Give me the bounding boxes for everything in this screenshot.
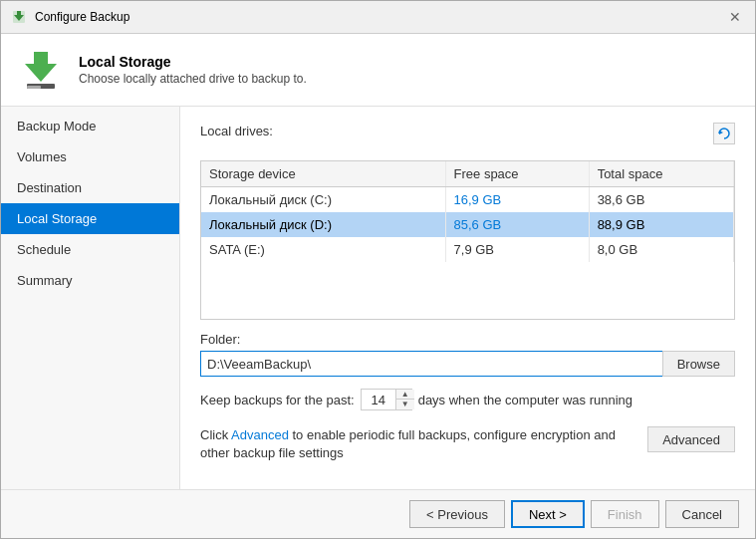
spinner-up-btn[interactable]: ▲ — [396, 390, 414, 400]
svg-marker-5 — [719, 131, 723, 135]
refresh-button[interactable] — [713, 123, 735, 144]
table-row[interactable]: SATA (E:) 7,9 GB 8,0 GB — [201, 237, 734, 262]
refresh-icon — [717, 127, 731, 140]
sidebar-item-summary[interactable]: Summary — [1, 265, 179, 296]
window-title: Configure Backup — [35, 10, 129, 24]
free-e: 7,9 GB — [445, 237, 589, 262]
next-button[interactable]: Next > — [511, 500, 585, 528]
table-row[interactable]: Локальный диск (C:) 16,9 GB 38,6 GB — [201, 187, 734, 213]
spinner-down-btn[interactable]: ▼ — [396, 400, 414, 409]
folder-row: Browse — [200, 351, 735, 377]
col-free-space: Free space — [445, 161, 589, 187]
sidebar-item-destination[interactable]: Destination — [1, 172, 179, 203]
free-d: 85,6 GB — [445, 212, 589, 237]
drives-table: Storage device Free space Total space Ло… — [201, 161, 734, 262]
folder-input[interactable] — [200, 351, 662, 377]
browse-button[interactable]: Browse — [662, 351, 735, 377]
configure-backup-window: Configure Backup ✕ Local Storage Choose … — [0, 0, 756, 539]
keep-row: Keep backups for the past: ▲ ▼ days when… — [200, 389, 735, 410]
folder-label: Folder: — [200, 332, 735, 347]
header-subtitle: Choose locally attached drive to backup … — [79, 72, 307, 86]
finish-button[interactable]: Finish — [591, 500, 659, 528]
total-c: 38,6 GB — [589, 187, 733, 213]
col-total-space: Total space — [589, 161, 733, 187]
total-d: 88,9 GB — [589, 212, 733, 237]
advanced-description: Click Advanced to enable periodic full b… — [200, 426, 635, 462]
header-area: Local Storage Choose locally attached dr… — [1, 34, 755, 107]
total-e: 8,0 GB — [589, 237, 733, 262]
title-bar: Configure Backup ✕ — [1, 1, 755, 34]
device-c: Локальный диск (C:) — [201, 187, 445, 213]
days-spinner[interactable]: ▲ ▼ — [361, 389, 412, 410]
app-icon — [11, 9, 27, 25]
free-c: 16,9 GB — [445, 187, 589, 213]
sidebar-item-local-storage[interactable]: Local Storage — [1, 203, 179, 234]
keep-label-before: Keep backups for the past: — [200, 393, 355, 407]
svg-rect-4 — [27, 86, 41, 89]
keep-label-after: days when the computer was running — [418, 393, 632, 407]
previous-button[interactable]: < Previous — [409, 500, 505, 528]
main-content: Local drives: Storage device Free space — [180, 107, 755, 489]
download-icon — [17, 46, 65, 94]
drives-table-header: Local drives: — [200, 123, 735, 144]
sidebar: Backup Mode Volumes Destination Local St… — [1, 107, 180, 489]
drives-table-wrapper: Storage device Free space Total space Ло… — [200, 160, 735, 320]
sidebar-item-schedule[interactable]: Schedule — [1, 234, 179, 265]
spinner-buttons: ▲ ▼ — [395, 390, 414, 409]
header-title: Local Storage — [79, 54, 307, 70]
content-area: Backup Mode Volumes Destination Local St… — [1, 107, 755, 489]
device-e: SATA (E:) — [201, 237, 445, 262]
svg-marker-2 — [25, 52, 57, 82]
advanced-link[interactable]: Advanced — [231, 427, 289, 442]
days-input[interactable] — [362, 391, 395, 409]
close-button[interactable]: ✕ — [725, 7, 745, 27]
folder-section: Folder: Browse — [200, 332, 735, 377]
table-row[interactable]: Локальный диск (D:) 85,6 GB 88,9 GB — [201, 212, 734, 237]
col-storage-device: Storage device — [201, 161, 445, 187]
sidebar-item-volumes[interactable]: Volumes — [1, 141, 179, 172]
header-text: Local Storage Choose locally attached dr… — [79, 54, 307, 86]
footer: < Previous Next > Finish Cancel — [1, 489, 755, 538]
device-d: Локальный диск (D:) — [201, 212, 445, 237]
local-drives-label: Local drives: — [200, 124, 273, 138]
advanced-section: Click Advanced to enable periodic full b… — [200, 426, 735, 462]
adv-text-before: Click — [200, 427, 231, 442]
sidebar-item-backup-mode[interactable]: Backup Mode — [1, 111, 179, 141]
cancel-button[interactable]: Cancel — [665, 500, 739, 528]
title-bar-left: Configure Backup — [11, 9, 129, 25]
header-icon-container — [17, 46, 65, 94]
advanced-button[interactable]: Advanced — [647, 426, 735, 452]
